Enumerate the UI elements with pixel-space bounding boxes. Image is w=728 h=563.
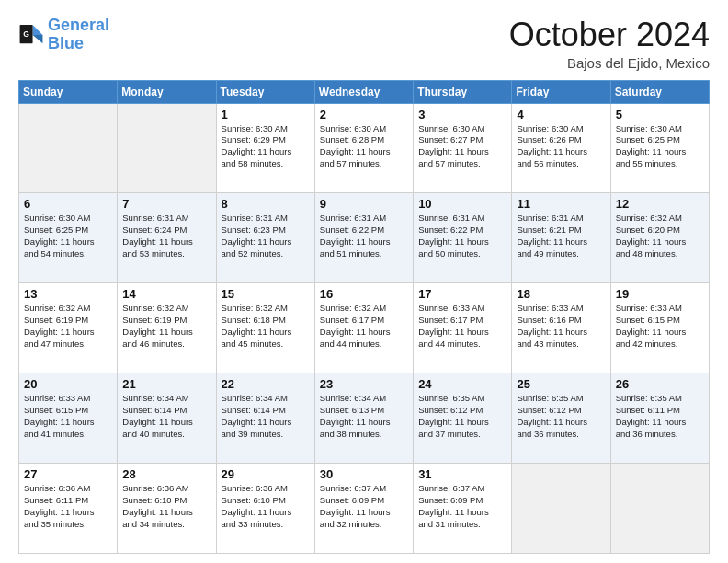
col-header-saturday: Saturday: [610, 80, 709, 103]
day-cell-9: 9Sunrise: 6:31 AM Sunset: 6:22 PM Daylig…: [314, 193, 413, 283]
day-info: Sunrise: 6:32 AM Sunset: 6:17 PM Dayligh…: [320, 303, 408, 350]
calendar-week-5: 27Sunrise: 6:36 AM Sunset: 6:11 PM Dayli…: [19, 464, 710, 554]
day-info: Sunrise: 6:30 AM Sunset: 6:25 PM Dayligh…: [24, 213, 112, 259]
day-cell-1: 1Sunrise: 6:30 AM Sunset: 6:29 PM Daylig…: [216, 103, 314, 193]
day-cell-11: 11Sunrise: 6:31 AM Sunset: 6:21 PM Dayli…: [512, 193, 610, 283]
day-cell-15: 15Sunrise: 6:32 AM Sunset: 6:18 PM Dayli…: [216, 283, 314, 373]
day-info: Sunrise: 6:32 AM Sunset: 6:20 PM Dayligh…: [616, 213, 704, 259]
day-info: Sunrise: 6:30 AM Sunset: 6:27 PM Dayligh…: [418, 123, 506, 170]
calendar-table: SundayMondayTuesdayWednesdayThursdayFrid…: [18, 80, 710, 554]
day-info: Sunrise: 6:30 AM Sunset: 6:25 PM Dayligh…: [616, 123, 704, 170]
day-cell-25: 25Sunrise: 6:35 AM Sunset: 6:12 PM Dayli…: [512, 373, 610, 464]
day-number: 11: [517, 197, 605, 211]
day-number: 20: [24, 377, 112, 391]
day-cell-27: 27Sunrise: 6:36 AM Sunset: 6:11 PM Dayli…: [19, 464, 118, 554]
day-info: Sunrise: 6:33 AM Sunset: 6:15 PM Dayligh…: [24, 393, 112, 440]
day-cell-31: 31Sunrise: 6:37 AM Sunset: 6:09 PM Dayli…: [414, 464, 512, 554]
day-number: 21: [122, 377, 210, 391]
day-cell-10: 10Sunrise: 6:31 AM Sunset: 6:22 PM Dayli…: [414, 193, 512, 283]
logo-line1: General: [48, 16, 109, 34]
svg-marker-0: [33, 25, 43, 35]
day-cell-19: 19Sunrise: 6:33 AM Sunset: 6:15 PM Dayli…: [610, 283, 709, 373]
day-info: Sunrise: 6:31 AM Sunset: 6:21 PM Dayligh…: [517, 213, 605, 259]
day-cell-21: 21Sunrise: 6:34 AM Sunset: 6:14 PM Dayli…: [118, 373, 216, 464]
title-block: October 2024 Bajos del Ejido, Mexico: [509, 17, 710, 71]
day-info: Sunrise: 6:33 AM Sunset: 6:17 PM Dayligh…: [418, 303, 506, 350]
day-number: 22: [222, 377, 310, 391]
day-number: 25: [517, 377, 605, 391]
day-number: 13: [24, 287, 112, 301]
day-number: 31: [418, 467, 506, 481]
day-cell-12: 12Sunrise: 6:32 AM Sunset: 6:20 PM Dayli…: [610, 193, 709, 283]
day-cell-2: 2Sunrise: 6:30 AM Sunset: 6:28 PM Daylig…: [314, 103, 413, 193]
day-info: Sunrise: 6:36 AM Sunset: 6:10 PM Dayligh…: [122, 483, 210, 530]
day-info: Sunrise: 6:32 AM Sunset: 6:18 PM Dayligh…: [222, 303, 310, 350]
day-number: 26: [616, 377, 704, 391]
col-header-thursday: Thursday: [414, 80, 512, 103]
day-info: Sunrise: 6:31 AM Sunset: 6:24 PM Dayligh…: [122, 213, 210, 259]
day-info: Sunrise: 6:32 AM Sunset: 6:19 PM Dayligh…: [122, 303, 210, 350]
svg-text:G: G: [23, 29, 29, 39]
day-number: 30: [320, 467, 408, 481]
day-info: Sunrise: 6:35 AM Sunset: 6:12 PM Dayligh…: [418, 393, 506, 440]
empty-cell: [118, 103, 216, 193]
day-cell-16: 16Sunrise: 6:32 AM Sunset: 6:17 PM Dayli…: [314, 283, 413, 373]
calendar-header-row: SundayMondayTuesdayWednesdayThursdayFrid…: [19, 80, 710, 103]
day-number: 27: [24, 467, 112, 481]
day-cell-23: 23Sunrise: 6:34 AM Sunset: 6:13 PM Dayli…: [314, 373, 413, 464]
day-number: 2: [320, 108, 408, 121]
day-number: 18: [517, 287, 605, 301]
page: G General Blue October 2024 Bajos del Ej…: [0, 0, 728, 563]
day-info: Sunrise: 6:31 AM Sunset: 6:23 PM Dayligh…: [222, 213, 310, 259]
day-number: 6: [24, 197, 112, 211]
day-number: 4: [517, 108, 605, 121]
day-info: Sunrise: 6:37 AM Sunset: 6:09 PM Dayligh…: [418, 483, 506, 530]
day-info: Sunrise: 6:30 AM Sunset: 6:29 PM Dayligh…: [222, 123, 310, 170]
day-number: 1: [222, 108, 310, 121]
day-info: Sunrise: 6:34 AM Sunset: 6:14 PM Dayligh…: [122, 393, 210, 440]
day-cell-18: 18Sunrise: 6:33 AM Sunset: 6:16 PM Dayli…: [512, 283, 610, 373]
empty-cell: [19, 103, 118, 193]
day-cell-17: 17Sunrise: 6:33 AM Sunset: 6:17 PM Dayli…: [414, 283, 512, 373]
day-number: 23: [320, 377, 408, 391]
day-cell-24: 24Sunrise: 6:35 AM Sunset: 6:12 PM Dayli…: [414, 373, 512, 464]
day-number: 12: [616, 197, 704, 211]
day-cell-14: 14Sunrise: 6:32 AM Sunset: 6:19 PM Dayli…: [118, 283, 216, 373]
day-number: 14: [122, 287, 210, 301]
day-cell-5: 5Sunrise: 6:30 AM Sunset: 6:25 PM Daylig…: [610, 103, 709, 193]
calendar-week-2: 6Sunrise: 6:30 AM Sunset: 6:25 PM Daylig…: [19, 193, 710, 283]
day-info: Sunrise: 6:30 AM Sunset: 6:26 PM Dayligh…: [517, 123, 605, 170]
col-header-monday: Monday: [118, 80, 216, 103]
logo-icon: G: [18, 22, 44, 48]
day-number: 7: [122, 197, 210, 211]
day-cell-20: 20Sunrise: 6:33 AM Sunset: 6:15 PM Dayli…: [19, 373, 118, 464]
col-header-tuesday: Tuesday: [216, 80, 314, 103]
col-header-wednesday: Wednesday: [314, 80, 413, 103]
day-number: 24: [418, 377, 506, 391]
col-header-friday: Friday: [512, 80, 610, 103]
day-number: 19: [616, 287, 704, 301]
empty-cell: [512, 464, 610, 554]
day-info: Sunrise: 6:33 AM Sunset: 6:16 PM Dayligh…: [517, 303, 605, 350]
col-header-sunday: Sunday: [19, 80, 118, 103]
day-cell-6: 6Sunrise: 6:30 AM Sunset: 6:25 PM Daylig…: [19, 193, 118, 283]
day-info: Sunrise: 6:35 AM Sunset: 6:11 PM Dayligh…: [616, 393, 704, 440]
day-cell-4: 4Sunrise: 6:30 AM Sunset: 6:26 PM Daylig…: [512, 103, 610, 193]
day-info: Sunrise: 6:35 AM Sunset: 6:12 PM Dayligh…: [517, 393, 605, 440]
empty-cell: [610, 464, 709, 554]
day-info: Sunrise: 6:33 AM Sunset: 6:15 PM Dayligh…: [616, 303, 704, 350]
day-cell-13: 13Sunrise: 6:32 AM Sunset: 6:19 PM Dayli…: [19, 283, 118, 373]
day-number: 9: [320, 197, 408, 211]
day-number: 5: [616, 108, 704, 121]
day-info: Sunrise: 6:37 AM Sunset: 6:09 PM Dayligh…: [320, 483, 408, 530]
day-cell-30: 30Sunrise: 6:37 AM Sunset: 6:09 PM Dayli…: [314, 464, 413, 554]
day-number: 16: [320, 287, 408, 301]
day-info: Sunrise: 6:34 AM Sunset: 6:13 PM Dayligh…: [320, 393, 408, 440]
header: G General Blue October 2024 Bajos del Ej…: [18, 17, 710, 71]
calendar-week-1: 1Sunrise: 6:30 AM Sunset: 6:29 PM Daylig…: [19, 103, 710, 193]
day-cell-26: 26Sunrise: 6:35 AM Sunset: 6:11 PM Dayli…: [610, 373, 709, 464]
day-number: 10: [418, 197, 506, 211]
logo: G General Blue: [18, 17, 109, 53]
day-info: Sunrise: 6:36 AM Sunset: 6:10 PM Dayligh…: [222, 483, 310, 530]
svg-marker-1: [33, 35, 43, 43]
